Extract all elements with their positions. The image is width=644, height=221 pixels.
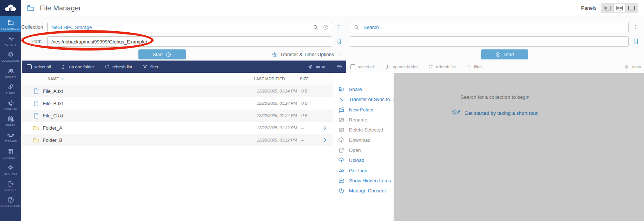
search-field (350, 22, 629, 32)
start-transfer-right-button[interactable]: Start (481, 49, 528, 59)
select-all-button[interactable]: select all (27, 64, 51, 69)
refresh-list-button[interactable]: refresh list (104, 64, 132, 69)
sidebar-item-collections[interactable]: COLLECTIONS (0, 49, 21, 65)
sidebar-item-timers[interactable]: TIMERS (0, 113, 21, 129)
right-path-field (350, 36, 629, 47)
menu-item-manage-consent[interactable]: Manage Consent (333, 186, 394, 196)
file-row[interactable]: File_C.txt 12/22/2025, 01:24 PM 0 B (22, 110, 333, 122)
menu-item-upload[interactable]: Upload (333, 155, 394, 165)
view-options-button[interactable]: view (307, 64, 325, 70)
svg-text:g: g (9, 6, 12, 11)
up-folder-icon (385, 64, 390, 69)
folder-icon (33, 137, 40, 144)
menu-item-delete-selected[interactable]: Delete Selected (333, 125, 394, 135)
power-circle-icon (338, 188, 345, 194)
panel-single-button[interactable] (626, 4, 637, 12)
file-icon (33, 112, 40, 119)
up-one-folder-button[interactable]: up one folder (385, 64, 418, 69)
sidebar-item-compute[interactable]: COMPUTE (0, 97, 21, 113)
download-cloud-icon (338, 137, 345, 143)
search-menu-ellipsis-icon[interactable] (633, 22, 639, 32)
globus-cloud-icon: g (4, 3, 17, 13)
chevron-right-icon[interactable] (322, 137, 328, 143)
column-header-size[interactable]: SIZE (300, 73, 309, 85)
page-title: File Manager (40, 4, 81, 12)
delete-icon (338, 127, 345, 133)
gear-icon (624, 64, 629, 70)
filter-button[interactable]: filter (142, 64, 158, 69)
column-header-last-modified[interactable]: LAST MODIFIED (254, 73, 285, 85)
collection-input[interactable] (48, 22, 313, 32)
file-manager-icon (7, 19, 15, 26)
panel-layout-toggle (601, 3, 638, 13)
sort-chevron-down-icon (61, 77, 64, 81)
sidebar-item-file-manager[interactable]: FILE MANAGER (0, 16, 21, 32)
refresh-icon (428, 64, 433, 69)
view-options-button[interactable]: view (624, 64, 641, 70)
bookmark-icon[interactable] (633, 37, 640, 46)
search-icon[interactable] (313, 24, 319, 30)
chevron-right-icon[interactable] (322, 125, 328, 131)
file-row[interactable]: File_B.txt 12/22/2025, 01:24 PM 0 B (22, 97, 333, 110)
menu-item-share[interactable]: Share (333, 84, 394, 94)
transfer-timer-options[interactable]: Transfer & Timer Options (271, 49, 342, 59)
file-list: NAME LAST MODIFIED SIZE File_A.txt 12/22… (22, 73, 333, 221)
checkbox-icon (27, 64, 32, 69)
share-icon (338, 86, 345, 92)
file-icon (33, 100, 40, 107)
start-transfer-left-button[interactable]: Start (138, 49, 186, 59)
sidebar-item-logout[interactable]: LOGOUT (0, 178, 21, 194)
folder-row[interactable]: Folder_B 12/22/2025, 01:22 PM – (22, 134, 333, 146)
new-folder-icon (338, 107, 345, 113)
checkbox-icon (350, 64, 355, 69)
groups-icon (7, 67, 15, 75)
list-header: NAME LAST MODIFIED SIZE (22, 73, 333, 85)
sidebar-item-groups[interactable]: GROUPS (0, 65, 21, 81)
sidebar-item-streams[interactable]: STREAMS (0, 129, 21, 145)
streams-icon (7, 131, 15, 139)
file-row[interactable]: File_A.txt 12/22/2025, 01:24 PM 0 B (22, 85, 333, 97)
globus-logo[interactable]: g (0, 0, 21, 16)
double-panel-icon (616, 6, 623, 10)
flows-icon (7, 83, 15, 91)
question-circle-icon (7, 196, 15, 204)
sidebar-item-activity[interactable]: ACTIVITY (0, 32, 21, 48)
file-context-menu: Share Transfer or Sync to... New Folder … (333, 73, 394, 221)
menu-item-show-hidden-items[interactable]: Show Hidden Items (333, 176, 394, 186)
upload-cloud-icon (338, 157, 345, 163)
panel-double-button[interactable] (614, 4, 625, 12)
collection-menu-ellipsis-icon[interactable] (336, 22, 342, 32)
clear-collection-icon[interactable] (323, 24, 329, 30)
sidebar-item-settings[interactable]: SETTINGS (0, 162, 21, 178)
menu-item-download[interactable]: Download (333, 135, 394, 145)
menu-item-new-folder[interactable]: New Folder (333, 105, 394, 115)
menu-item-get-link[interactable]: Get Link (333, 165, 394, 175)
filter-button[interactable]: filter (466, 64, 482, 69)
menu-item-rename[interactable]: Rename (333, 115, 394, 125)
bookmark-icon[interactable] (336, 37, 343, 46)
search-input[interactable] (360, 22, 628, 32)
compute-icon (7, 100, 15, 107)
refresh-list-button[interactable]: refresh list (428, 64, 456, 69)
select-all-button[interactable]: select all (350, 64, 375, 69)
tour-link: Get started by taking a short tour. (464, 110, 539, 116)
column-header-name[interactable]: NAME (48, 73, 64, 85)
activity-icon (7, 35, 15, 42)
panels-label: Panels (581, 5, 596, 11)
up-one-folder-button[interactable]: up one folder (61, 64, 94, 69)
path-input[interactable] (48, 37, 332, 46)
rename-icon (338, 117, 345, 123)
panel-single-left-button[interactable] (602, 4, 613, 12)
right-path-input[interactable] (350, 37, 628, 46)
console-icon (7, 148, 15, 155)
sidebar-item-flows[interactable]: FLOWS (0, 81, 21, 97)
sidebar: g FILE MANAGER ACTIVITY COLLECTIONS (0, 0, 21, 221)
sidebar-item-help-sitemap[interactable]: HELP & SITEMAP (0, 194, 21, 209)
menu-item-open[interactable]: Open (333, 145, 394, 155)
chevron-down-icon (16, 156, 19, 158)
collapse-menu-icon[interactable] (336, 64, 343, 70)
transfer-sync-icon (338, 96, 345, 103)
sidebar-item-console[interactable]: CONSOLE (0, 145, 21, 161)
folder-row[interactable]: Folder_A 12/22/2025, 01:22 PM – (22, 122, 333, 134)
menu-item-transfer-or-sync[interactable]: Transfer or Sync to... (333, 94, 394, 104)
